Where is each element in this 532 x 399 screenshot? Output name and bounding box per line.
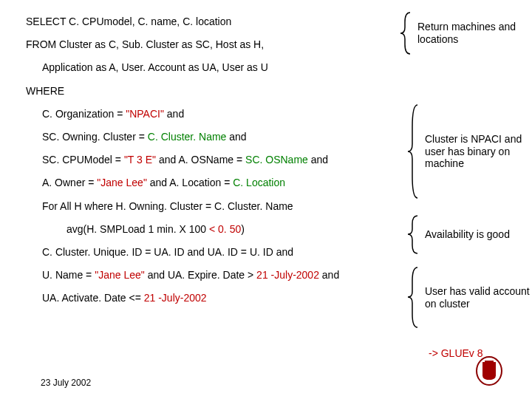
iu-logo [476, 356, 502, 388]
svg-rect-1 [487, 362, 491, 380]
brace-icon [406, 214, 421, 255]
annotation-3: Availability is good [406, 214, 510, 255]
where-keyword: WHERE [26, 84, 395, 98]
where-clause-6: avg(H. SMPLoad 1 min. X 100 < 0. 50) [26, 222, 395, 236]
annotation-1: Return machines and locations [399, 11, 532, 55]
where-clause-9: UA. Activate. Date <= 21 -July-2002 [26, 291, 395, 304]
annotation-text: Availability is good [421, 228, 510, 241]
select-line: SELECT C. CPUmodel, C. name, C. location [26, 15, 395, 28]
query-block: SELECT C. CPUmodel, C. name, C. location… [26, 15, 395, 314]
annotation-text: Cluster is NPACI and user has binary on … [421, 133, 532, 170]
annotation-text: Return machines and locations [414, 21, 532, 46]
brace-icon [399, 11, 414, 55]
brace-icon [406, 103, 421, 200]
where-clause-8: U. Name = "Jane Lee" and UA. Expire. Dat… [26, 268, 395, 282]
footer-date: 23 July 2002 [41, 378, 91, 388]
where-clause-2: SC. Owning. Cluster = C. Cluster. Name a… [26, 130, 395, 143]
from-line: FROM Cluster as C, Sub. Cluster as SC, H… [26, 38, 395, 51]
brace-icon [406, 266, 421, 329]
annotation-2: Cluster is NPACI and user has binary on … [406, 103, 532, 200]
where-clause-3: SC. CPUModel = "T 3 E" and A. OSName = S… [26, 153, 395, 166]
from-line-2: Application as A, User. Account as UA, U… [26, 61, 395, 74]
where-clause-4: A. Owner = "Jane Lee" and A. Location = … [26, 176, 395, 189]
gluev-label: -> GLUEv 8 [429, 347, 483, 359]
annotation-4: User has valid account on cluster [406, 266, 532, 329]
where-clause-1: C. Organization = "NPACI" and [26, 107, 395, 120]
where-clause-7: C. Cluster. Unique. ID = UA. ID and UA. … [26, 245, 395, 259]
annotation-text: User has valid account on cluster [421, 285, 532, 310]
svg-rect-2 [485, 361, 494, 364]
where-clause-5: For All H where H. Owning. Cluster = C. … [26, 200, 395, 213]
